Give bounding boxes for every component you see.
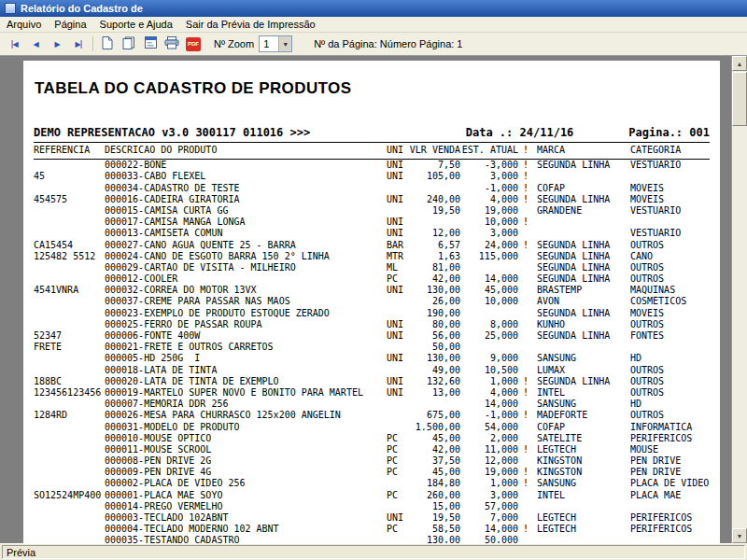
window-title: Relatório do Cadastro de: [21, 3, 143, 14]
table-row: CA15454000027-CANO AGUA QUENTE 25 - BARR…: [34, 240, 710, 251]
table-row: 52347000006-FONTE 400WUNI56,0025,000SEGU…: [34, 330, 710, 342]
table-row: 000018-LATA DE TINTA49,0010,500LUMAXOUTR…: [34, 365, 710, 376]
table-row: 000007-MEMÓRIA DDR 25614,000SANSUNGHD: [34, 399, 710, 410]
report-rows: 000022-BONEUNI7,50-3,000!SEGUNDA LINHAVE…: [34, 160, 710, 543]
table-row: 000009-PEN DRIVE 4GPC45,0019,000!KINGSTO…: [34, 467, 710, 478]
report-header-line: DEMO REPRESENTACAO v3.0 300117 011016 >>…: [34, 126, 710, 139]
table-row: 1284RD000026-MESA PARA CHURRASCO 125x200…: [34, 410, 710, 421]
table-header-row: REFERENCIA DESCRICAO DO PRODUTO UNI VLR …: [34, 145, 710, 156]
table-row: 45000033-CABO FLEXELUNI105,003,000!: [34, 171, 710, 182]
first-page-button[interactable]: |◀: [4, 35, 24, 53]
table-row: 000031-MODELO DE PRODUTO1.500,0054,000CO…: [34, 422, 710, 433]
chevron-down-icon[interactable]: ▼: [278, 36, 291, 51]
table-row: 125482 5512000024-CANO DE ESGOTO BARRA 1…: [34, 251, 710, 262]
col-est-atual: EST. ATUAL: [460, 145, 518, 156]
status-panel: Prévia: [2, 545, 745, 559]
table-row: 000010-MOUSE OPTICOPC45,002,000SATÉLITEP…: [34, 433, 710, 444]
menu-arquivo[interactable]: Arquivo: [0, 19, 48, 30]
table-row: 000005-HD 250G IUNI130,009,000SANSUNGHD: [34, 353, 710, 364]
scroll-down-icon[interactable]: ▼: [732, 528, 747, 543]
table-row: 000002-PLACA DE VÍDEO 256184,801,000!SAN…: [34, 478, 710, 489]
table-row: 000013-CAMISETA COMUNUNI12,003,000VESTUA…: [34, 228, 710, 239]
export-pdf-button[interactable]: PDF: [183, 35, 204, 53]
menu-suporte-ajuda[interactable]: Suporte e Ajuda: [93, 19, 179, 30]
two-page-view-button[interactable]: [119, 35, 139, 53]
table-row: 000017-CAMISA MANGA LONGAUNI10,000!: [34, 217, 710, 228]
titlebar[interactable]: Relatório do Cadastro de: [0, 0, 747, 17]
col-referencia: REFERENCIA: [34, 145, 105, 156]
table-row: 000022-BONEUNI7,50-3,000!SEGUNDA LINHAVE…: [34, 160, 710, 171]
col-vlr-venda: VLR VENDA: [409, 145, 460, 156]
table-row: 000025-FERRO DE PASSAR ROUPAUNI80,008,00…: [34, 319, 710, 330]
toolbar: |◀ ◀ ▶ ▶| PDF Nº Zoom 1 ▼ Nº da Página: …: [0, 33, 747, 56]
report-company: DEMO REPRESENTACAO v3.0 300117 011016 >>…: [34, 126, 459, 139]
app-icon: [5, 3, 16, 14]
next-page-button[interactable]: ▶: [47, 35, 67, 53]
table-row: 4541VNRA000032-CORREA DO MOTOR 13VXUNI13…: [34, 285, 710, 296]
table-row: 000011-MOUSE SCROOLPC42,0011,000!LEGTECH…: [34, 444, 710, 455]
table-row: 000012-COOLERPC42,0014,000SEGUNDA LINHAO…: [34, 273, 710, 285]
table-row: 188BC000020-LATA DE TINTA DE EXEMPLOUNI1…: [34, 376, 710, 387]
table-row: 123456123456000019-MARTELO SUPER NOVO E …: [34, 387, 710, 399]
print-button[interactable]: [162, 35, 182, 53]
report-setup-button[interactable]: [140, 35, 161, 53]
menu-sair-previa[interactable]: Sair da Prévia de Impressão: [179, 19, 322, 30]
form-icon: [145, 36, 157, 51]
zoom-value: 1: [260, 38, 278, 49]
col-marca: MARCA: [531, 145, 623, 156]
page-info-label: Nº da Página: Número Página: 1: [314, 38, 462, 49]
table-row: SO12524MP400000001-PLACA MÃE SOYOPC260,0…: [34, 490, 710, 501]
report-body: DEMO REPRESENTACAO v3.0 300117 011016 >>…: [23, 126, 720, 543]
table-row: 000034-CADASTRO DE TESTE-1,000!COFAPMÓVE…: [34, 183, 710, 194]
col-descricao: DESCRICAO DO PRODUTO: [105, 145, 381, 156]
rule: [34, 142, 710, 143]
toolbar-separator: [92, 36, 93, 51]
report-title: TABELA DO CADASTRO DE PRODUTOS: [23, 61, 720, 98]
table-row: 000008-PEN DRIVE 2GPC37,5012,000KINGSTON…: [34, 455, 710, 467]
col-uni: UNI: [381, 145, 409, 156]
table-row: FRETE000021-FRETE E OUTROS CARRETOS50,00: [34, 342, 710, 353]
menubar: Arquivo Página Suporte e Ajuda Sair da P…: [0, 17, 747, 33]
table-row: 000035-TESTANDO CADASTRO130,0050,000: [34, 535, 710, 543]
scroll-thumb[interactable]: [732, 72, 747, 126]
app-window: Relatório do Cadastro de Arquivo Página …: [0, 0, 747, 560]
menu-pagina[interactable]: Página: [48, 19, 92, 30]
table-row: 000003-TECLADO 102ABNTUNI19,507,000LEGTE…: [34, 512, 710, 524]
col-categoria: CATEGORIA: [623, 145, 710, 156]
statusbar: Prévia: [0, 543, 747, 560]
zoom-select[interactable]: 1 ▼: [259, 35, 292, 52]
pdf-icon: PDF: [186, 37, 201, 51]
table-row: 000037-CREME PARA PASSAR NAS MÃOS26,0010…: [34, 296, 710, 307]
prev-page-button[interactable]: ◀: [25, 35, 46, 53]
scroll-up-icon[interactable]: ▲: [732, 56, 747, 71]
zoom-label: Nº Zoom: [214, 38, 254, 49]
table-row: 000014-PREGO VERMELHO15,0057,000: [34, 501, 710, 512]
status-label: Prévia: [7, 547, 35, 558]
vertical-scrollbar[interactable]: ▲ ▼: [731, 56, 747, 543]
report-page-number: Pagina.: 001: [621, 126, 710, 139]
table-row: 000004-TECLADO MODERNO 102 ABNTPC58,5014…: [34, 524, 710, 535]
page-icon: [102, 36, 113, 52]
last-page-button[interactable]: ▶|: [68, 35, 89, 53]
preview-canvas: TABELA DO CADASTRO DE PRODUTOS DEMO REPR…: [0, 56, 747, 543]
table-row: 454575000016-CADEIRA GIRATORIAUNI240,004…: [34, 194, 710, 205]
report-page: TABELA DO CADASTRO DE PRODUTOS DEMO REPR…: [23, 61, 720, 543]
table-row: 000023-EXEMPLO DE PRODUTO ESTOQUE ZERADO…: [34, 308, 710, 319]
report-date: Data .: 24/11/16: [459, 126, 622, 139]
single-page-view-button[interactable]: [97, 35, 118, 53]
pages-icon: [122, 36, 135, 52]
table-row: 000015-CAMISA CURTA GG19,5019,000GRANDEN…: [34, 205, 710, 217]
table-row: 000029-CARTAO DE VISITA - MILHEIROML81,0…: [34, 262, 710, 273]
printer-icon: [164, 36, 179, 52]
col-flag: !: [518, 145, 531, 156]
